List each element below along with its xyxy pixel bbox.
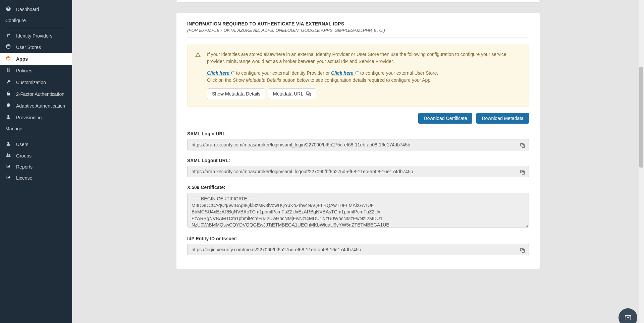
dashboard-icon	[5, 6, 11, 12]
sidebar-item-license[interactable]: License	[0, 172, 72, 183]
sidebar-item-groups[interactable]: Groups	[0, 150, 72, 161]
download-metadata-button[interactable]: Download Metadata	[476, 113, 529, 124]
user-icon	[5, 141, 11, 147]
cube-icon	[5, 56, 11, 62]
sidebar-item-label: User Stores	[16, 45, 41, 50]
configure-userstore-link[interactable]: Click here	[331, 70, 359, 76]
saml-logout-input[interactable]	[187, 166, 529, 177]
sidebar-item-label: Groups	[16, 153, 32, 158]
copy-issuer-button[interactable]	[518, 246, 527, 255]
sidebar-item-label: Apps	[16, 56, 28, 62]
chart-icon	[5, 175, 11, 181]
issuer-input[interactable]	[187, 244, 529, 255]
panel-title: INFORMATION REQUIRED TO AUTHENTICATE VIA…	[187, 21, 529, 26]
saml-logout-label: SAML Logout URL:	[187, 158, 529, 163]
lock-icon	[5, 91, 11, 97]
sidebar-item-dashboard[interactable]: Dashboard	[0, 3, 72, 15]
sidebar-item-identity-providers[interactable]: Identity Providers	[0, 30, 72, 41]
sidebar-item-reports[interactable]: Reports	[0, 161, 72, 172]
scrollbar-track[interactable]	[639, 0, 644, 323]
sidebar-item-label: License	[16, 175, 32, 181]
mail-icon	[623, 314, 633, 321]
panel-top-sliver	[176, 0, 540, 3]
saml-login-label: SAML Login URL:	[187, 131, 529, 136]
alert-line2: Click here to configure your external Id…	[207, 70, 521, 84]
svg-rect-9	[625, 315, 631, 320]
sidebar-item-customization[interactable]: Customization	[0, 76, 72, 88]
sidebar-item-2fa[interactable]: 2-Factor Authentication	[0, 88, 72, 100]
sidebar-item-label: Users	[16, 142, 29, 147]
user-icon	[5, 114, 11, 121]
sidebar-item-label: 2-Factor Authentication	[16, 91, 64, 97]
show-metadata-button[interactable]: Show Metadata Details	[207, 88, 265, 99]
sidebar: Dashboard Configure Identity Providers U…	[0, 0, 72, 323]
sidebar-item-adaptive-auth[interactable]: Adaptive Authentication	[0, 100, 72, 112]
sidebar-item-user-stores[interactable]: User Stores	[0, 41, 72, 53]
sidebar-item-provisioning[interactable]: Provisioning	[0, 112, 72, 123]
copy-icon	[520, 170, 525, 175]
certificate-textarea[interactable]: ------BEGIN CERTIFICATE------ MIIDGDCCAg…	[187, 193, 529, 228]
users-icon	[5, 153, 11, 158]
sidebar-item-label: Customization	[16, 80, 46, 85]
saml-login-input[interactable]	[187, 139, 529, 150]
copy-saml-logout-button[interactable]	[518, 168, 527, 177]
document-icon	[5, 67, 11, 74]
sidebar-item-label: Dashboard	[16, 7, 39, 12]
metadata-url-button[interactable]: Metadata URL	[268, 88, 316, 99]
sidebar-item-label: Adaptive Authentication	[16, 103, 65, 109]
sidebar-section-configure: Configure	[0, 15, 72, 26]
configure-idp-link[interactable]: Click here	[207, 70, 235, 76]
copy-saml-login-button[interactable]	[518, 141, 527, 150]
info-alert: If your identities are stored elsewhere …	[187, 45, 529, 107]
wrench-icon	[5, 79, 11, 85]
sidebar-item-label: Provisioning	[16, 115, 42, 120]
issuer-label: IdP Entity ID or Issuer:	[187, 236, 529, 241]
copy-icon	[306, 91, 311, 96]
database-icon	[5, 44, 11, 50]
sidebar-section-manage: Manage	[0, 123, 72, 134]
alert-line1: If your identities are stored elsewhere …	[207, 51, 521, 65]
sidebar-item-policies[interactable]: Policies	[0, 65, 72, 76]
panel-subtitle: (FOR EXAMPLE - OKTA, AZURE AD, ADFS, ONE…	[187, 28, 529, 33]
copy-icon	[520, 143, 525, 148]
sidebar-item-apps[interactable]: Apps	[0, 53, 72, 65]
sidebar-item-label: Reports	[16, 164, 33, 170]
main-content: INFORMATION REQUIRED TO AUTHENTICATE VIA…	[72, 0, 644, 323]
download-certificate-button[interactable]: Download Certificate	[418, 113, 472, 124]
chart-icon	[5, 164, 11, 170]
swap-icon	[5, 33, 11, 39]
sidebar-item-users[interactable]: Users	[0, 138, 72, 150]
sidebar-item-label: Identity Providers	[16, 33, 52, 39]
shield-icon	[5, 103, 11, 109]
sidebar-item-label: Policies	[16, 68, 32, 73]
warning-icon	[195, 51, 201, 99]
scrollbar-thumb[interactable]	[639, 67, 643, 168]
copy-icon	[520, 248, 525, 253]
certificate-label: X.509 Certificate:	[187, 185, 529, 190]
external-idp-panel: INFORMATION REQUIRED TO AUTHENTICATE VIA…	[176, 13, 540, 269]
svg-point-0	[7, 44, 10, 46]
